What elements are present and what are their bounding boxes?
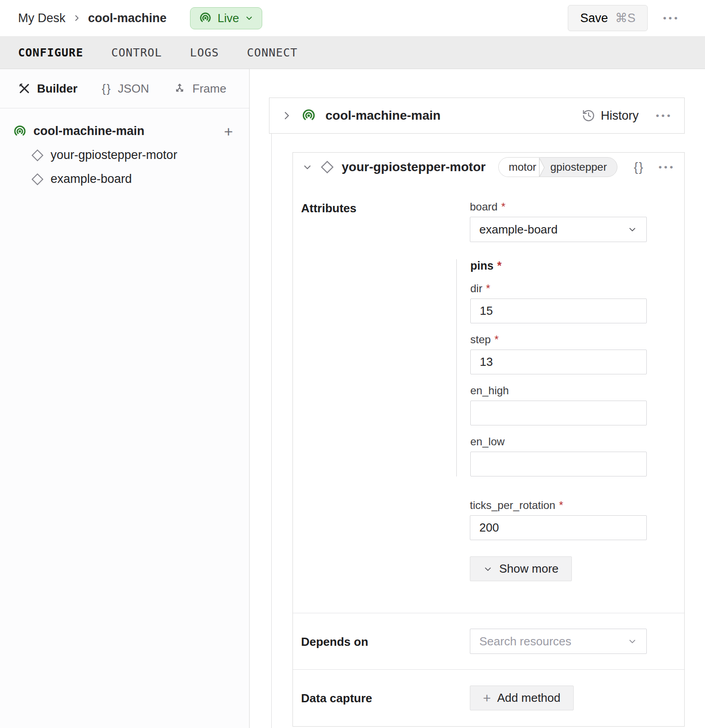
add-method-button[interactable]: + Add method (470, 686, 574, 710)
show-more-label: Show more (499, 562, 559, 576)
board-field: board * example-board (470, 201, 647, 242)
step-field: step * (470, 333, 647, 374)
live-status-dropdown[interactable]: Live (190, 7, 262, 29)
frame-axes-icon (173, 82, 186, 95)
show-more-button[interactable]: Show more (470, 556, 572, 581)
required-marker: * (501, 201, 505, 213)
plus-icon: + (483, 691, 491, 705)
config-main-panel: cool-machine-main History ••• (250, 69, 705, 728)
component-type: motor (499, 158, 539, 177)
attributes-section: Attributes board * example-board (293, 182, 684, 613)
save-shortcut: ⌘S (615, 11, 635, 25)
ticks-per-rotation-field: ticks_per_rotation * (470, 499, 647, 540)
attributes-heading: Attributes (301, 201, 470, 215)
tab-control[interactable]: CONTROL (111, 46, 162, 59)
top-bar: My Desk cool-machine Live Save ⌘S ••• (0, 0, 705, 36)
mode-frame[interactable]: Frame (173, 82, 226, 96)
config-sidebar: Builder {} JSON Frame (0, 69, 250, 728)
required-marker: * (494, 333, 498, 346)
component-diamond-icon (320, 160, 334, 174)
step-label: step (470, 333, 491, 346)
depends-on-heading: Depends on (301, 634, 470, 649)
mode-json-label: JSON (118, 82, 149, 96)
part-title: cool-machine-main (325, 108, 441, 123)
expand-chevron-right-icon[interactable] (281, 110, 292, 121)
collapse-chevron-down-icon[interactable] (302, 162, 313, 173)
viam-logo-icon (13, 124, 27, 139)
depends-on-section: Depends on Search resources (293, 613, 684, 669)
ticks-per-rotation-label: ticks_per_rotation (470, 499, 555, 512)
tree-item-label: cool-machine-main (33, 124, 144, 138)
en-low-label: en_low (470, 435, 505, 448)
component-title: your-gpiostepper-motor (342, 160, 486, 174)
tab-connect[interactable]: CONNECT (247, 46, 297, 59)
required-marker: * (559, 499, 563, 512)
dir-field: dir * (470, 282, 647, 323)
component-menu-icon[interactable]: ••• (659, 162, 675, 173)
tab-logs[interactable]: LOGS (190, 46, 219, 59)
chevron-down-icon (483, 564, 493, 574)
view-mode-toolbar: Builder {} JSON Frame (0, 69, 249, 108)
depends-on-select[interactable]: Search resources (470, 629, 647, 654)
en-low-field: en_low (470, 435, 647, 476)
tree-item-main-part[interactable]: cool-machine-main + (13, 119, 233, 143)
crossed-tools-icon (18, 82, 31, 95)
breadcrumb-separator-icon (73, 14, 81, 22)
component-card: your-gpiostepper-motor motor gpiostepper… (292, 152, 685, 727)
en-high-field: en_high (470, 384, 647, 425)
mode-json[interactable]: {} JSON (102, 82, 149, 96)
tree-item-label: your-gpiostepper-motor (51, 148, 177, 162)
pins-group: pins * dir * step (456, 259, 647, 476)
resource-tree: cool-machine-main + your-gpiostepper-mot… (0, 108, 249, 191)
board-label: board (470, 201, 497, 213)
mode-frame-label: Frame (192, 82, 226, 96)
save-button[interactable]: Save ⌘S (568, 5, 648, 31)
en-low-input[interactable] (470, 452, 647, 476)
en-high-label: en_high (470, 384, 509, 397)
data-capture-section: Data capture + Add method (293, 669, 684, 726)
required-marker: * (497, 259, 501, 272)
data-capture-heading: Data capture (301, 691, 470, 705)
breadcrumb: My Desk cool-machine (18, 11, 167, 25)
overflow-menu-icon[interactable]: ••• (663, 13, 680, 23)
board-select-value: example-board (479, 223, 557, 237)
mode-builder[interactable]: Builder (18, 82, 78, 96)
viam-logo-icon (301, 108, 316, 123)
dir-label: dir (470, 282, 482, 295)
part-connector-line (271, 134, 272, 728)
pins-label: pins (470, 259, 493, 272)
add-resource-button[interactable]: + (224, 124, 233, 139)
history-clock-icon (582, 109, 595, 122)
required-marker: * (486, 282, 490, 295)
board-select[interactable]: example-board (470, 217, 647, 242)
component-json-icon[interactable]: {} (634, 160, 644, 174)
step-input[interactable] (470, 350, 647, 374)
depends-on-placeholder: Search resources (479, 635, 571, 649)
tree-item-label: example-board (51, 172, 132, 186)
machine-tab-bar: CONFIGURE CONTROL LOGS CONNECT (0, 36, 705, 69)
history-label: History (601, 109, 639, 123)
ticks-per-rotation-input[interactable] (470, 515, 647, 540)
breadcrumb-current: cool-machine (88, 11, 167, 25)
add-method-label: Add method (497, 691, 561, 705)
component-diamond-icon (31, 173, 44, 186)
pill-divider-icon (539, 158, 546, 177)
part-menu-icon[interactable]: ••• (656, 110, 673, 121)
breadcrumb-parent[interactable]: My Desk (18, 11, 65, 25)
chevron-down-icon (627, 224, 637, 234)
en-high-input[interactable] (470, 401, 647, 425)
braces-icon: {} (102, 82, 111, 96)
part-card: cool-machine-main History ••• (269, 98, 685, 134)
history-button[interactable]: History (582, 109, 639, 123)
live-label: Live (218, 11, 239, 25)
component-diamond-icon (31, 149, 44, 162)
viam-logo-icon (199, 11, 212, 25)
save-label: Save (580, 11, 608, 25)
chevron-down-icon (245, 14, 254, 23)
dir-input[interactable] (470, 299, 647, 323)
tree-item-gpiostepper-motor[interactable]: your-gpiostepper-motor (13, 143, 233, 167)
mode-builder-label: Builder (37, 82, 78, 96)
tab-configure[interactable]: CONFIGURE (18, 46, 83, 59)
component-type-badge: motor gpiostepper (498, 157, 617, 177)
tree-item-example-board[interactable]: example-board (13, 167, 233, 191)
